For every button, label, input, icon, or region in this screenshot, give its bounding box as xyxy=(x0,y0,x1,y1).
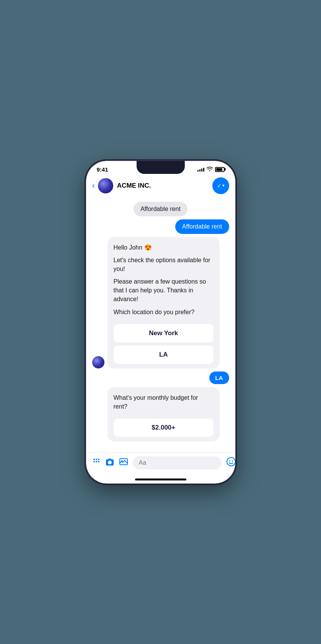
svg-point-1 xyxy=(96,459,97,460)
wifi-icon xyxy=(207,166,213,172)
camera-icon[interactable] xyxy=(105,458,114,468)
status-icons xyxy=(197,166,225,172)
signal-icon xyxy=(197,167,204,172)
contact-name: ACME INC. xyxy=(117,182,212,190)
check-icon: ✓ xyxy=(217,183,222,189)
phone-screen: 9:41 xyxy=(86,161,235,483)
message-la-outgoing: LA xyxy=(92,371,229,384)
message-budget-row: What's your monthly budget for rent? $2.… xyxy=(92,387,229,441)
home-indicator xyxy=(135,479,186,480)
bubble-la: LA xyxy=(209,371,229,384)
svg-point-0 xyxy=(93,459,95,460)
question-text: Which location do you prefer? xyxy=(114,308,214,316)
chat-header: ‹ ACME INC. ✓ ▾ xyxy=(86,174,235,199)
bubble-affordable-outgoing: Affordable rent xyxy=(175,219,229,234)
message-affordable-outgoing: Affordable rent xyxy=(92,219,229,234)
avatar xyxy=(98,178,113,193)
svg-point-10 xyxy=(232,460,233,461)
bubble-affordable-incoming: Affordable rent xyxy=(134,202,187,216)
phone-frame: 9:41 xyxy=(86,161,235,483)
message-input[interactable] xyxy=(133,456,222,469)
svg-point-3 xyxy=(93,461,95,462)
back-button[interactable]: ‹ xyxy=(92,181,95,191)
grid-icon[interactable] xyxy=(92,457,101,468)
message-affordable-incoming: Affordable rent xyxy=(92,202,229,216)
input-bar xyxy=(86,452,235,479)
budget-question-text: What's your monthly budget for rent? xyxy=(114,393,214,411)
option-budget-2000[interactable]: $2.000+ xyxy=(114,419,214,437)
bot-avatar xyxy=(92,356,104,368)
message-location-row: Hello John 😍 Let's check the options ava… xyxy=(92,237,229,368)
body2-text: Please answer a few questions so that I … xyxy=(114,277,214,304)
greeting-text: Hello John 😍 xyxy=(114,243,214,252)
chat-area: Affordable rent Affordable rent Hello Jo… xyxy=(86,199,235,452)
svg-point-2 xyxy=(98,459,99,460)
status-time: 9:41 xyxy=(97,166,108,173)
option-la[interactable]: LA xyxy=(114,346,214,364)
image-icon[interactable] xyxy=(119,458,128,468)
bubble-budget: What's your monthly budget for rent? $2.… xyxy=(108,387,220,441)
action-button[interactable]: ✓ ▾ xyxy=(212,177,229,194)
emoji-icon[interactable] xyxy=(226,457,235,469)
notch xyxy=(137,161,185,174)
option-new-york[interactable]: New York xyxy=(114,324,214,342)
battery-icon xyxy=(215,167,225,172)
dropdown-icon: ▾ xyxy=(222,183,225,188)
svg-point-4 xyxy=(96,461,97,462)
svg-point-8 xyxy=(227,457,235,466)
svg-point-9 xyxy=(229,460,230,461)
bubble-location: Hello John 😍 Let's check the options ava… xyxy=(108,237,220,368)
svg-point-5 xyxy=(98,461,99,462)
body1-text: Let's check the options available for yo… xyxy=(114,256,214,273)
